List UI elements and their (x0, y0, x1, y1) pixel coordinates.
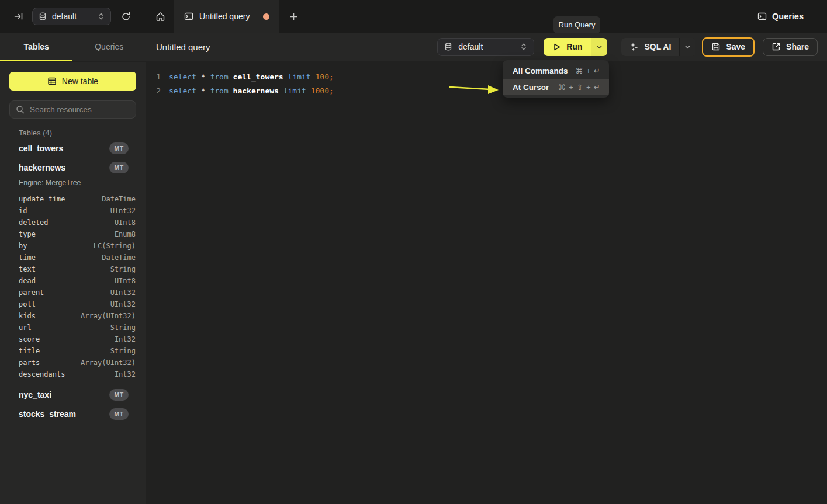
code-token: * (201, 72, 206, 81)
run-split-button: Run (544, 38, 607, 56)
content: New table Tables (4) cell_towersMThacker… (0, 62, 827, 504)
column-type: DateTime (102, 195, 136, 203)
code-token: ; (329, 72, 334, 81)
line-number: 2 (146, 86, 161, 95)
column-row: deadUInt8 (9, 275, 136, 287)
code-token (196, 86, 201, 95)
unsaved-changes-dot (263, 13, 269, 20)
tables-section-label: Tables (4) (9, 128, 136, 137)
editor-toolbar: default Run (437, 37, 818, 57)
new-table-button[interactable]: New table (9, 72, 136, 91)
column-type: String (110, 347, 136, 355)
tab-tables[interactable]: Tables (0, 33, 73, 61)
column-row: byLC(String) (9, 240, 136, 252)
run-button[interactable]: Run (544, 38, 591, 56)
run-button-label: Run (566, 42, 582, 51)
column-type: LC(String) (94, 242, 136, 250)
database-selector-editor[interactable]: default (437, 38, 534, 56)
code-line: 2select * from hackernews limit 1000; (146, 84, 827, 98)
code-text: select * from cell_towers limit 100; (169, 72, 334, 81)
column-row: scoreInt32 (9, 333, 136, 345)
engine-badge: MT (109, 408, 129, 420)
chevron-updown-icon (98, 12, 105, 20)
table-row-hackernews[interactable]: hackernewsMT (9, 158, 136, 177)
code-token: limit (283, 86, 306, 95)
code-text: select * from hackernews limit 1000; (169, 86, 334, 95)
column-type: UInt32 (110, 289, 136, 297)
play-icon (552, 43, 561, 51)
menu-item-label: All Commands (513, 67, 568, 75)
run-query-tooltip: Run Query (553, 16, 600, 33)
column-row: urlString (9, 322, 136, 333)
terminal-icon (184, 12, 193, 21)
save-button[interactable]: Save (702, 37, 755, 57)
column-type: UInt32 (110, 300, 136, 308)
new-table-button-label: New table (62, 77, 98, 86)
column-row: typeEnum8 (9, 228, 136, 240)
column-name: deleted (19, 218, 49, 227)
tab-queries[interactable]: Queries (73, 33, 146, 61)
code-token: limit (288, 72, 311, 81)
run-options-button[interactable] (591, 38, 607, 56)
menu-item-all-commands[interactable]: All Commands⌘ + ↵ (503, 62, 609, 79)
code-token (283, 72, 288, 81)
code-token (306, 86, 311, 95)
code-token (279, 86, 283, 95)
active-tab-underline (0, 60, 72, 61)
code-token: select (169, 86, 196, 95)
column-row: idUInt32 (9, 205, 136, 217)
collapse-sidebar-icon (14, 12, 23, 21)
tab-untitled-query[interactable]: Untitled query (174, 0, 279, 33)
table-row-cell_towers[interactable]: cell_towersMT (9, 138, 136, 158)
search-icon (16, 105, 25, 114)
code-token: hackernews (233, 86, 279, 95)
table-name: nyc_taxi (19, 390, 51, 399)
table-name: hackernews (19, 163, 65, 172)
top-bar-right: Queries (757, 0, 827, 33)
menu-item-label: At Cursor (513, 83, 549, 92)
column-type: Enum8 (115, 230, 136, 238)
sql-ai-options-button[interactable] (679, 38, 695, 56)
column-name: id (19, 207, 27, 215)
refresh-button[interactable] (121, 12, 131, 22)
chevron-down-icon (684, 44, 691, 50)
code-token: from (210, 86, 228, 95)
code-token: * (201, 86, 206, 95)
menu-item-at-cursor[interactable]: At Cursor⌘ + ⇧ + ↵ (503, 79, 609, 95)
share-button-label: Share (786, 42, 809, 51)
sql-ai-button[interactable]: SQL AI (621, 38, 679, 56)
table-row-stocks_stream[interactable]: stocks_streamMT (9, 404, 136, 423)
column-name: score (19, 335, 40, 343)
sparkles-icon (629, 42, 639, 51)
queries-button-label: Queries (772, 12, 804, 21)
code-token: select (169, 72, 196, 81)
column-type: Array(UInt32) (81, 312, 136, 320)
column-name: text (19, 265, 36, 273)
sidebar-tabs: Tables Queries (0, 33, 146, 61)
column-type: DateTime (102, 253, 136, 262)
column-name: dead (19, 277, 36, 285)
table-row-nyc_taxi[interactable]: nyc_taxiMT (9, 385, 136, 404)
column-type: String (110, 324, 136, 332)
code-token: cell_towers (233, 72, 283, 81)
home-button[interactable] (146, 0, 174, 33)
search-input[interactable] (30, 105, 133, 114)
share-button[interactable]: Share (763, 38, 818, 56)
database-selector-topbar[interactable]: default (32, 8, 111, 25)
app-window: default Untitled query (0, 0, 827, 504)
code-token (196, 72, 201, 81)
sql-editor[interactable]: 1select * from cell_towers limit 100;2se… (146, 62, 827, 504)
column-name: time (19, 253, 36, 262)
code-line: 1select * from cell_towers limit 100; (146, 69, 827, 84)
queries-button[interactable]: Queries (757, 12, 804, 21)
tooltip-label: Run Query (559, 20, 596, 29)
code-area: 1select * from cell_towers limit 100;2se… (146, 69, 827, 98)
new-tab-button[interactable] (279, 0, 307, 33)
column-name: parts (19, 359, 40, 367)
column-name: url (19, 324, 32, 332)
collapse-sidebar-button[interactable] (14, 12, 23, 21)
search-box (9, 100, 136, 119)
column-row: descendantsInt32 (9, 369, 136, 380)
code-token (229, 72, 233, 81)
code-token: 1000 (311, 86, 329, 95)
